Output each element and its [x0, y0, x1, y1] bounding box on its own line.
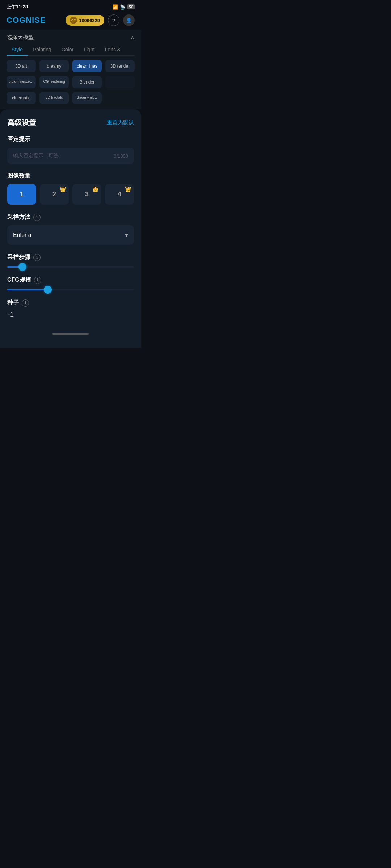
status-time: 上午11:28	[7, 4, 28, 10]
cfg-scale-thumb	[44, 286, 52, 294]
tab-style[interactable]: Style	[7, 44, 28, 55]
cc-badge[interactable]: CC 10066329	[66, 15, 104, 26]
input-counter: 0/1000	[114, 153, 128, 159]
sampling-steps-label: 采样步骤	[7, 254, 30, 261]
top-section: 选择大模型 ∧ Style Painting Color Light Lens …	[0, 30, 141, 109]
seed-info[interactable]: ℹ	[22, 299, 29, 307]
home-bar	[52, 333, 89, 335]
section-title: 选择大模型	[7, 34, 34, 41]
wifi-icon: 📡	[120, 4, 126, 10]
count-btn-4[interactable]: 4 👑	[105, 184, 134, 205]
sheet-header: 高级设置 重置为默认	[7, 118, 134, 128]
sampling-method-dropdown[interactable]: Euler a ▾	[7, 225, 134, 245]
tab-color[interactable]: Color	[56, 44, 79, 55]
reset-button[interactable]: 重置为默认	[107, 119, 134, 126]
chip-dreamy-glow[interactable]: dreamy glow	[72, 92, 102, 104]
input-placeholder: 输入否定提示（可选）	[13, 153, 64, 159]
chevron-up-icon[interactable]: ∧	[130, 34, 135, 41]
signal-icon: 📶	[112, 4, 118, 10]
dropdown-arrow-icon: ▾	[125, 231, 128, 239]
cfg-scale-section: CFG规模 ℹ	[7, 276, 134, 290]
app-logo: COGNISE	[7, 16, 46, 25]
cfg-scale-header: CFG规模 ℹ	[7, 276, 134, 284]
header-right: CC 10066329 ? 👤	[66, 14, 135, 26]
sampling-steps-section: 采样步骤 ℹ	[7, 254, 134, 268]
cfg-scale-track[interactable]	[7, 289, 134, 290]
chip-cinematic[interactable]: cinematic	[7, 92, 36, 104]
cfg-scale-info[interactable]: ℹ	[34, 277, 41, 284]
sampling-method-value: Euler a	[13, 232, 31, 238]
sampling-steps-info[interactable]: ℹ	[33, 254, 41, 261]
help-button[interactable]: ?	[108, 14, 119, 26]
header: COGNISE CC 10066329 ? 👤	[0, 12, 141, 30]
seed-label: 种子	[7, 299, 19, 307]
status-bar: 上午11:28 📶 📡 56	[0, 0, 141, 12]
status-right: 📶 📡 56	[112, 4, 135, 10]
chip-placeholder	[105, 76, 135, 88]
seed-header: 种子 ℹ	[7, 299, 134, 307]
chip-3d-art[interactable]: 3D art	[7, 60, 36, 72]
negative-prompt-label: 否定提示	[7, 136, 134, 143]
chip-cg-rendering[interactable]: CG rendering	[39, 76, 69, 88]
chip-dreamy[interactable]: dreamy	[39, 60, 69, 72]
chip-bioluminescence[interactable]: bioluminescence	[7, 76, 36, 88]
cfg-scale-fill	[7, 289, 48, 290]
chip-clean-lines[interactable]: clean lines	[72, 60, 102, 72]
sampling-steps-thumb	[18, 263, 26, 271]
chip-blender[interactable]: Blender	[72, 76, 102, 88]
tab-lens[interactable]: Lens &	[100, 44, 126, 55]
crown-icon-4: 👑	[125, 186, 131, 192]
battery-icon: 56	[127, 4, 135, 9]
crown-icon-3: 👑	[92, 186, 98, 192]
cc-icon: CC	[70, 17, 77, 24]
avatar-icon: 👤	[126, 18, 132, 23]
crown-icon-2: 👑	[60, 186, 66, 192]
count-btn-1[interactable]: 1	[7, 184, 36, 205]
seed-value: -1	[7, 311, 134, 319]
sheet-title: 高级设置	[7, 118, 36, 128]
negative-prompt-input[interactable]: 输入否定提示（可选） 0/1000	[7, 148, 134, 164]
avatar-button[interactable]: 👤	[123, 14, 135, 26]
sampling-steps-track[interactable]	[7, 266, 134, 268]
sampling-method-label: 采样方法	[7, 213, 30, 221]
home-indicator	[7, 329, 134, 337]
sampling-method-info[interactable]: ℹ	[33, 214, 41, 221]
chips-grid: 3D art dreamy clean lines 3D render biol…	[7, 60, 135, 109]
tab-light[interactable]: Light	[79, 44, 100, 55]
tabs-row: Style Painting Color Light Lens &	[7, 44, 135, 56]
count-btn-2[interactable]: 2 👑	[40, 184, 69, 205]
cc-value: 10066329	[79, 18, 100, 23]
count-btn-3[interactable]: 3 👑	[72, 184, 101, 205]
sampling-steps-header: 采样步骤 ℹ	[7, 254, 134, 261]
chip-3d-fractals[interactable]: 3D fractals	[39, 92, 69, 104]
bottom-sheet: 高级设置 重置为默认 否定提示 输入否定提示（可选） 0/1000 图像数量 1…	[0, 109, 141, 348]
sampling-method-header: 采样方法 ℹ	[7, 213, 134, 221]
section-header: 选择大模型 ∧	[7, 30, 135, 44]
tab-painting[interactable]: Painting	[28, 44, 56, 55]
image-count-label: 图像数量	[7, 172, 134, 180]
chip-3d-render[interactable]: 3D render	[105, 60, 135, 72]
cfg-scale-label: CFG规模	[7, 276, 31, 284]
count-row: 1 2 👑 3 👑 4 👑	[7, 184, 134, 205]
